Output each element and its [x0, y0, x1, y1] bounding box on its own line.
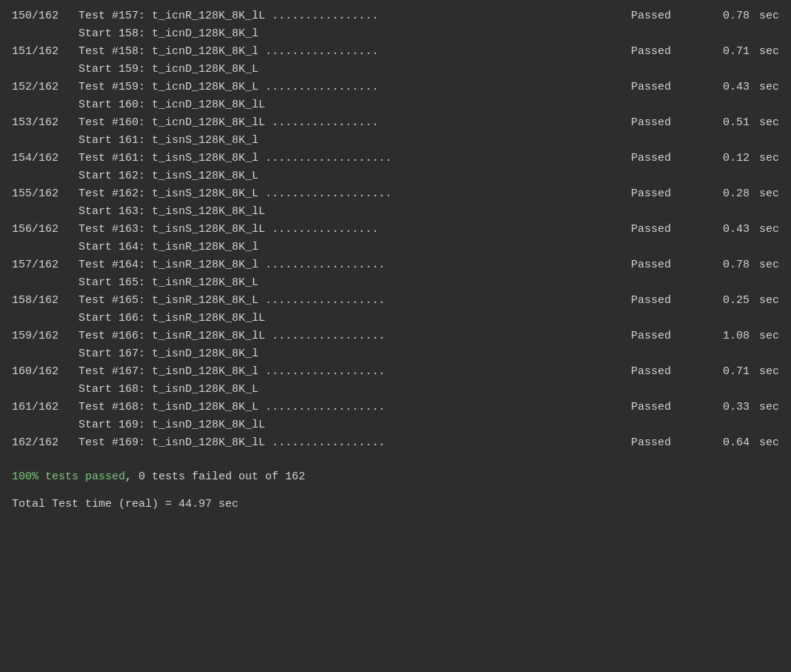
test-unit: sec — [752, 185, 779, 203]
start-line: Start 163: t_isnS_128K_8K_lL — [12, 203, 779, 221]
test-time: 0.12 — [698, 150, 750, 167]
test-status: Passed — [631, 399, 698, 416]
test-label: Test #169: t_isnD_128K_8K_lL ...........… — [79, 434, 631, 452]
test-status: Passed — [631, 256, 698, 274]
test-label: Test #157: t_icnR_128K_8K_lL ...........… — [79, 7, 631, 25]
test-line: 159/162 Test #166: t_isnR_128K_8K_lL ...… — [12, 327, 779, 345]
test-status: Passed — [631, 434, 698, 452]
test-status: Passed — [631, 43, 698, 61]
test-block: 155/162 Test #162: t_isnS_128K_8K_L ....… — [12, 185, 779, 221]
test-label: Test #158: t_icnD_128K_8K_l ............… — [79, 43, 631, 61]
test-unit: sec — [752, 292, 779, 310]
test-counter: 159/162 — [12, 327, 79, 345]
test-unit: sec — [752, 7, 779, 25]
test-block: 150/162 Test #157: t_icnR_128K_8K_lL ...… — [12, 7, 779, 43]
test-line: 157/162 Test #164: t_isnR_128K_8K_l ....… — [12, 256, 779, 274]
test-label: Test #164: t_isnR_128K_8K_l ............… — [79, 256, 631, 274]
test-counter: 153/162 — [12, 114, 79, 132]
test-status: Passed — [631, 327, 698, 345]
test-block: 157/162 Test #164: t_isnR_128K_8K_l ....… — [12, 256, 779, 292]
start-line: Start 160: t_icnD_128K_8K_lL — [12, 96, 779, 114]
test-label: Test #165: t_isnR_128K_8K_L ............… — [79, 292, 631, 310]
test-time: 0.51 — [698, 114, 750, 132]
total-time-line: Total Test time (real) = 44.97 sec — [12, 494, 779, 514]
start-line: Start 166: t_isnR_128K_8K_lL — [12, 310, 779, 327]
summary-line: 100% tests passed, 0 tests failed out of… — [12, 467, 779, 487]
test-time: 0.71 — [698, 363, 750, 381]
test-counter: 155/162 — [12, 185, 79, 203]
start-line: Start 169: t_isnD_128K_8K_lL — [12, 416, 779, 434]
test-counter: 156/162 — [12, 221, 79, 239]
test-line: 160/162 Test #167: t_isnD_128K_8K_l ....… — [12, 363, 779, 381]
start-line: Start 164: t_isnR_128K_8K_l — [12, 239, 779, 256]
test-time: 0.25 — [698, 292, 750, 310]
test-line: 150/162 Test #157: t_icnR_128K_8K_lL ...… — [12, 7, 779, 25]
test-block: 158/162 Test #165: t_isnR_128K_8K_L ....… — [12, 292, 779, 327]
test-block: 160/162 Test #167: t_isnD_128K_8K_l ....… — [12, 363, 779, 399]
start-line: Start 162: t_isnS_128K_8K_L — [12, 167, 779, 185]
test-unit: sec — [752, 43, 779, 61]
passed-percentage: 100% tests passed — [12, 470, 125, 483]
test-block: 151/162 Test #158: t_icnD_128K_8K_l ....… — [12, 43, 779, 79]
test-time: 0.43 — [698, 79, 750, 96]
test-line: 152/162 Test #159: t_icnD_128K_8K_L ....… — [12, 79, 779, 96]
test-block: 161/162 Test #168: t_isnD_128K_8K_L ....… — [12, 399, 779, 434]
test-status: Passed — [631, 185, 698, 203]
test-counter: 150/162 — [12, 7, 79, 25]
test-block: 159/162 Test #166: t_isnR_128K_8K_lL ...… — [12, 327, 779, 363]
start-line: Start 168: t_isnD_128K_8K_L — [12, 381, 779, 399]
test-line: 151/162 Test #158: t_icnD_128K_8K_l ....… — [12, 43, 779, 61]
test-status: Passed — [631, 221, 698, 239]
start-line: Start 159: t_icnD_128K_8K_L — [12, 61, 779, 79]
start-line: Start 161: t_isnS_128K_8K_l — [12, 132, 779, 150]
test-counter: 158/162 — [12, 292, 79, 310]
test-time: 0.28 — [698, 185, 750, 203]
test-time: 1.08 — [698, 327, 750, 345]
test-unit: sec — [752, 221, 779, 239]
test-status: Passed — [631, 79, 698, 96]
test-time: 0.43 — [698, 221, 750, 239]
test-counter: 154/162 — [12, 150, 79, 167]
test-label: Test #160: t_icnD_128K_8K_lL ...........… — [79, 114, 631, 132]
terminal-output: 150/162 Test #157: t_icnR_128K_8K_lL ...… — [12, 7, 779, 452]
test-unit: sec — [752, 256, 779, 274]
test-label: Test #167: t_isnD_128K_8K_l ............… — [79, 363, 631, 381]
test-status: Passed — [631, 7, 698, 25]
test-status: Passed — [631, 114, 698, 132]
start-line: Start 165: t_isnR_128K_8K_L — [12, 274, 779, 292]
test-line: 161/162 Test #168: t_isnD_128K_8K_L ....… — [12, 399, 779, 416]
test-line: 156/162 Test #163: t_isnS_128K_8K_lL ...… — [12, 221, 779, 239]
test-block: 154/162 Test #161: t_isnS_128K_8K_l ....… — [12, 150, 779, 185]
test-counter: 151/162 — [12, 43, 79, 61]
test-unit: sec — [752, 399, 779, 416]
test-unit: sec — [752, 327, 779, 345]
start-line: Start 167: t_isnD_128K_8K_l — [12, 345, 779, 363]
test-line: 158/162 Test #165: t_isnR_128K_8K_L ....… — [12, 292, 779, 310]
test-counter: 157/162 — [12, 256, 79, 274]
test-label: Test #163: t_isnS_128K_8K_lL ...........… — [79, 221, 631, 239]
test-unit: sec — [752, 363, 779, 381]
test-time: 0.78 — [698, 256, 750, 274]
test-block: 152/162 Test #159: t_icnD_128K_8K_L ....… — [12, 79, 779, 114]
test-unit: sec — [752, 150, 779, 167]
test-counter: 162/162 — [12, 434, 79, 452]
test-status: Passed — [631, 292, 698, 310]
test-time: 0.64 — [698, 434, 750, 452]
test-counter: 161/162 — [12, 399, 79, 416]
test-counter: 160/162 — [12, 363, 79, 381]
test-label: Test #168: t_isnD_128K_8K_L ............… — [79, 399, 631, 416]
test-line: 155/162 Test #162: t_isnS_128K_8K_L ....… — [12, 185, 779, 203]
test-block: 153/162 Test #160: t_icnD_128K_8K_lL ...… — [12, 114, 779, 150]
test-label: Test #159: t_icnD_128K_8K_L ............… — [79, 79, 631, 96]
start-line: Start 158: t_icnD_128K_8K_l — [12, 25, 779, 43]
test-line: 153/162 Test #160: t_icnD_128K_8K_lL ...… — [12, 114, 779, 132]
test-line: 154/162 Test #161: t_isnS_128K_8K_l ....… — [12, 150, 779, 167]
test-status: Passed — [631, 363, 698, 381]
test-unit: sec — [752, 434, 779, 452]
test-line: 162/162 Test #169: t_isnD_128K_8K_lL ...… — [12, 434, 779, 452]
test-time: 0.78 — [698, 7, 750, 25]
test-block: 156/162 Test #163: t_isnS_128K_8K_lL ...… — [12, 221, 779, 256]
test-label: Test #161: t_isnS_128K_8K_l ............… — [79, 150, 631, 167]
test-unit: sec — [752, 114, 779, 132]
test-label: Test #162: t_isnS_128K_8K_L ............… — [79, 185, 631, 203]
